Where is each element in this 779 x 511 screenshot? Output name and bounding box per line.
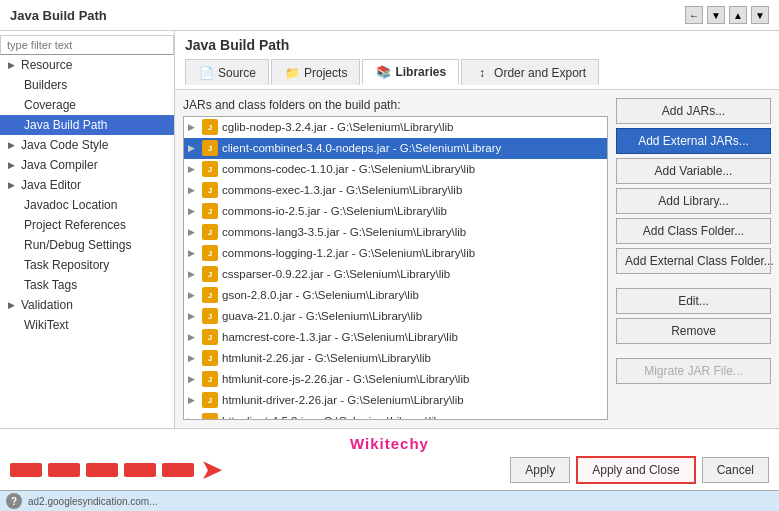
jar-expand-icon: ▶ [188,374,198,384]
tab-order-export[interactable]: ↕Order and Export [461,59,599,85]
dialog-title: Java Build Path [10,8,107,23]
jar-name: commons-io-2.5.jar - G:\Selenium\Library… [222,205,447,217]
title-bar: Java Build Path ← ▼ ▲ ▼ [0,0,779,31]
content-area: Java Build Path 📄Source📁Projects📚Librari… [175,31,779,428]
add-jars-button[interactable]: Add JARs... [616,98,771,124]
jar-item[interactable]: ▶Jcglib-nodep-3.2.4.jar - G:\Selenium\Li… [184,117,607,138]
sidebar: ▶ResourceBuildersCoverageJava Build Path… [0,31,175,428]
jar-item[interactable]: ▶Jcssparser-0.9.22.jar - G:\Selenium\Lib… [184,264,607,285]
add-class-folder-button[interactable]: Add Class Folder... [616,218,771,244]
sidebar-item-java-build-path[interactable]: Java Build Path [0,115,174,135]
jar-name: htmlunit-core-js-2.26.jar - G:\Selenium\… [222,373,469,385]
tab-label: Source [218,66,256,80]
jar-name: commons-logging-1.2.jar - G:\Selenium\Li… [222,247,475,259]
sidebar-item-project-references[interactable]: Project References [0,215,174,235]
buttons-panel: Add JARs...Add External JARs...Add Varia… [616,98,771,420]
jar-name: cglib-nodep-3.2.4.jar - G:\Selenium\Libr… [222,121,453,133]
jar-item[interactable]: ▶Jhttpclient-4.5.3.jar - G:\Selenium\Lib… [184,411,607,420]
jars-label: JARs and class folders on the build path… [183,98,608,112]
up-button[interactable]: ▲ [729,6,747,24]
migrate-jar-file-button: Migrate JAR File... [616,358,771,384]
sidebar-item-task-tags[interactable]: Task Tags [0,275,174,295]
jar-item[interactable]: ▶Jclient-combined-3.4.0-nodeps.jar - G:\… [184,138,607,159]
add-external-jars-button[interactable]: Add External JARs... [616,128,771,154]
sidebar-item-resource[interactable]: ▶Resource [0,55,174,75]
jar-item[interactable]: ▶Jhtmlunit-core-js-2.26.jar - G:\Seleniu… [184,369,607,390]
apply-close-button[interactable]: Apply and Close [576,456,695,484]
jar-expand-icon: ▶ [188,185,198,195]
sidebar-item-label: Java Build Path [24,118,107,132]
apply-button[interactable]: Apply [510,457,570,483]
sidebar-item-coverage[interactable]: Coverage [0,95,174,115]
jar-file-icon: J [202,245,218,261]
sidebar-item-java-editor[interactable]: ▶Java Editor [0,175,174,195]
tab-source[interactable]: 📄Source [185,59,269,85]
order-export-tab-icon: ↕ [474,65,490,81]
content-title: Java Build Path [185,37,769,53]
jar-item[interactable]: ▶Jcommons-io-2.5.jar - G:\Selenium\Libra… [184,201,607,222]
sidebar-item-java-code-style[interactable]: ▶Java Code Style [0,135,174,155]
title-bar-controls: ← ▼ ▲ ▼ [685,6,769,24]
expand-icon: ▶ [8,160,15,170]
tab-libraries[interactable]: 📚Libraries [362,59,459,85]
help-icon[interactable]: ? [6,493,22,509]
jar-expand-icon: ▶ [188,353,198,363]
jar-name: httpclient-4.5.3.jar - G:\Selenium\Libra… [222,415,440,420]
jar-item[interactable]: ▶Jcommons-lang3-3.5.jar - G:\Selenium\Li… [184,222,607,243]
jar-name: commons-codec-1.10.jar - G:\Selenium\Lib… [222,163,475,175]
sidebar-item-label: WikiText [24,318,69,332]
sidebar-item-wikitext[interactable]: WikiText [0,315,174,335]
jar-file-icon: J [202,224,218,240]
jar-name: htmlunit-driver-2.26.jar - G:\Selenium\L… [222,394,464,406]
sidebar-item-label: Project References [24,218,126,232]
down-button[interactable]: ▼ [751,6,769,24]
jar-item[interactable]: ▶Jguava-21.0.jar - G:\Selenium\Library\l… [184,306,607,327]
add-library-button[interactable]: Add Library... [616,188,771,214]
jar-item[interactable]: ▶Jhamcrest-core-1.3.jar - G:\Selenium\Li… [184,327,607,348]
jar-expand-icon: ▶ [188,290,198,300]
cancel-button[interactable]: Cancel [702,457,769,483]
jar-item[interactable]: ▶Jcommons-codec-1.10.jar - G:\Selenium\L… [184,159,607,180]
jar-item[interactable]: ▶Jgson-2.8.0.jar - G:\Selenium\Library\l… [184,285,607,306]
jar-item[interactable]: ▶Jcommons-exec-1.3.jar - G:\Selenium\Lib… [184,180,607,201]
jar-file-icon: J [202,350,218,366]
jar-expand-icon: ▶ [188,332,198,342]
footer: Wikitechy ➤ Apply Apply and Close Cancel [0,428,779,490]
filter-input[interactable] [0,35,174,55]
arrow-right-icon: ➤ [200,456,223,484]
sidebar-item-label: Builders [24,78,67,92]
status-url: ad2.googlesyndication.com... [28,496,158,507]
arrow-decoration: ➤ [10,456,504,484]
sidebar-item-builders[interactable]: Builders [0,75,174,95]
sidebar-item-javadoc-location[interactable]: Javadoc Location [0,195,174,215]
jar-item[interactable]: ▶Jhtmlunit-driver-2.26.jar - G:\Selenium… [184,390,607,411]
edit-button[interactable]: Edit... [616,288,771,314]
jar-item[interactable]: ▶Jhtmlunit-2.26.jar - G:\Selenium\Librar… [184,348,607,369]
remove-button[interactable]: Remove [616,318,771,344]
jar-file-icon: J [202,161,218,177]
expand-icon: ▶ [8,60,15,70]
dash-4 [124,463,156,477]
jar-name: gson-2.8.0.jar - G:\Selenium\Library\lib [222,289,419,301]
sidebar-item-run-debug-settings[interactable]: Run/Debug Settings [0,235,174,255]
sidebar-item-label: Coverage [24,98,76,112]
jar-item[interactable]: ▶Jcommons-logging-1.2.jar - G:\Selenium\… [184,243,607,264]
content-body: JARs and class folders on the build path… [175,90,779,428]
jar-expand-icon: ▶ [188,248,198,258]
tab-projects[interactable]: 📁Projects [271,59,360,85]
jar-expand-icon: ▶ [188,164,198,174]
jar-file-icon: J [202,182,218,198]
jars-list-container[interactable]: ▶Jcglib-nodep-3.2.4.jar - G:\Selenium\Li… [183,116,608,420]
source-tab-icon: 📄 [198,65,214,81]
add-variable-button[interactable]: Add Variable... [616,158,771,184]
sidebar-item-label: Task Tags [24,278,77,292]
back-button[interactable]: ← [685,6,703,24]
dropdown-button[interactable]: ▼ [707,6,725,24]
sidebar-item-task-repository[interactable]: Task Repository [0,255,174,275]
jar-expand-icon: ▶ [188,143,198,153]
jar-expand-icon: ▶ [188,311,198,321]
sidebar-item-java-compiler[interactable]: ▶Java Compiler [0,155,174,175]
sidebar-item-validation[interactable]: ▶Validation [0,295,174,315]
jar-name: hamcrest-core-1.3.jar - G:\Selenium\Libr… [222,331,458,343]
add-external-class-folder-button[interactable]: Add External Class Folder... [616,248,771,274]
